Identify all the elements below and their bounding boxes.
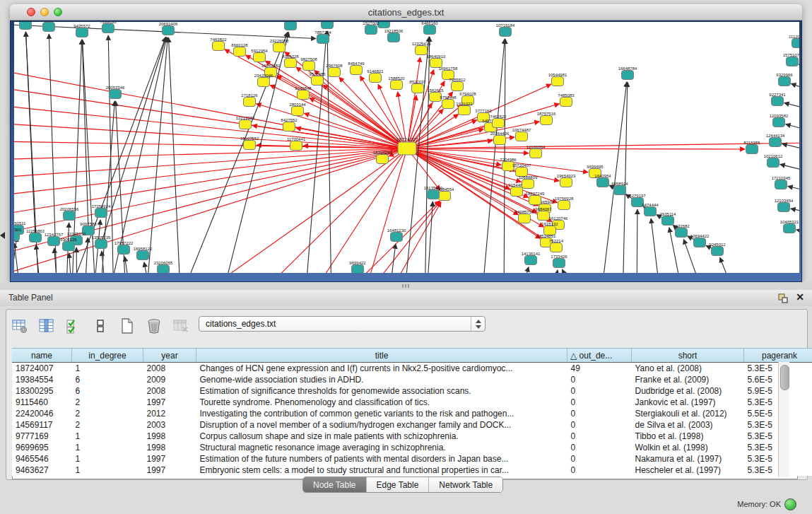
cell-out_degree[interactable]: 0 — [567, 408, 632, 419]
graph-edge[interactable] — [14, 81, 407, 148]
graph-edge[interactable] — [69, 253, 73, 273]
graph-node-9329966[interactable]: 9329966 — [776, 73, 793, 86]
cell-in_degree[interactable]: 2 — [72, 419, 143, 431]
cell-out_degree[interactable]: 0 — [567, 442, 632, 453]
cell-name[interactable]: 9463627 — [12, 465, 72, 476]
column-header-in_degree[interactable]: in_degree — [72, 349, 143, 363]
graph-node-9146821[interactable]: 9146821 — [367, 69, 384, 83]
cell-in_degree[interactable]: 2 — [72, 397, 143, 408]
column-header-title[interactable]: title — [196, 349, 567, 363]
table-row[interactable]: 1456911722003Disruption of a novel membe… — [12, 419, 812, 431]
graph-edge[interactable] — [784, 103, 799, 110]
cell-year[interactable]: 1997 — [143, 397, 196, 408]
graph-edge[interactable] — [14, 101, 407, 148]
cell-out_degree[interactable]: 0 — [567, 431, 632, 442]
graph-node-12444134[interactable]: 12444134 — [766, 134, 785, 147]
graph-edge[interactable] — [305, 148, 407, 273]
cell-title[interactable]: Investigating the contribution of common… — [196, 408, 567, 419]
graph-edge[interactable] — [720, 257, 739, 273]
cell-out_degree[interactable]: 0 — [567, 374, 632, 385]
west-panel-collapse-arrow-icon[interactable] — [0, 232, 5, 239]
graph-node-11700441[interactable]: 11700441 — [287, 137, 306, 151]
graph-node-7463822[interactable]: 7463822 — [210, 37, 227, 51]
column-header-year[interactable]: year — [143, 349, 196, 363]
cell-name[interactable]: 9115460 — [12, 397, 72, 408]
float-panel-icon[interactable] — [777, 293, 789, 304]
table-row[interactable]: 2242004622012Investigating the contribut… — [12, 408, 812, 419]
graph-node-7462622[interactable]: 7462622 — [490, 115, 507, 128]
graph-node-20691406[interactable]: 20691406 — [159, 22, 178, 35]
column-header-short[interactable]: short — [632, 349, 744, 363]
cell-year[interactable]: 1997 — [143, 465, 196, 476]
graph-edge[interactable] — [504, 39, 505, 273]
graph-edge[interactable] — [184, 148, 407, 273]
cell-out_degree[interactable]: 0 — [567, 453, 632, 465]
graph-node-1588520[interactable]: 1588520 — [388, 76, 405, 90]
graph-node-2967608[interactable]: 2967608 — [326, 64, 343, 77]
tab-node-table[interactable]: Node Table — [303, 477, 367, 492]
cell-name[interactable]: 9777169 — [12, 431, 72, 442]
graph-node-9435572[interactable]: 9435572 — [73, 24, 90, 37]
tab-network-table[interactable]: Network Table — [429, 477, 502, 492]
column-header-pagerank[interactable]: pagerank — [744, 349, 812, 363]
cell-out_degree[interactable]: 0 — [567, 419, 632, 431]
cell-short[interactable]: Nakamura et al. (1997) — [632, 453, 744, 465]
graph-node-14136141[interactable]: 14136141 — [522, 252, 541, 265]
graph-edge[interactable] — [637, 209, 637, 273]
show-columns-icon[interactable] — [37, 317, 56, 335]
table-vertical-scrollbar[interactable] — [778, 362, 789, 477]
table-row[interactable]: 1872400712008Changes of HCN gene express… — [12, 363, 812, 375]
graph-edge[interactable] — [257, 104, 407, 148]
graph-edge[interactable] — [248, 148, 407, 273]
graph-node-17957222[interactable]: 17957222 — [114, 241, 134, 255]
cell-name[interactable]: 19384554 — [12, 374, 72, 385]
tab-edge-table[interactable]: Edge Table — [367, 477, 430, 492]
graph-node-8186328[interactable]: 8186328 — [282, 54, 299, 68]
graph-edge[interactable] — [14, 148, 407, 160]
scrollbar-thumb[interactable] — [780, 365, 789, 390]
graph-node-10694422[interactable]: 10694422 — [690, 234, 710, 247]
graph-edge[interactable] — [101, 37, 166, 244]
graph-node-8522037[interactable]: 8522037 — [409, 80, 426, 93]
graph-edge[interactable] — [799, 64, 799, 69]
graph-node-5905135[interactable]: 5905135 — [60, 238, 77, 251]
graph-node-19654923[interactable]: 19654923 — [557, 174, 576, 187]
cell-title[interactable]: Changes of HCN gene expression and I(f) … — [196, 363, 567, 375]
graph-node-7632682[interactable]: 7632682 — [673, 224, 690, 238]
graph-node-11120023[interactable]: 11120023 — [789, 35, 799, 48]
cell-name[interactable]: 9699695 — [12, 442, 72, 453]
graph-edge[interactable] — [361, 148, 407, 273]
graph-edge[interactable] — [481, 39, 505, 273]
cell-out_degree[interactable]: 0 — [567, 397, 632, 408]
graph-edge[interactable] — [407, 148, 529, 197]
graph-node-7857224[interactable]: 7857224 — [314, 30, 331, 44]
column-header-name[interactable]: name — [12, 349, 72, 363]
cell-year[interactable]: 1998 — [143, 442, 196, 453]
graph-edge[interactable] — [562, 269, 580, 273]
graph-node-1733426[interactable]: 1733426 — [551, 255, 567, 268]
graph-node-10465321[interactable]: 10465321 — [780, 220, 799, 233]
cell-short[interactable]: Wolkin et al. (1998) — [632, 442, 744, 453]
graph-node-9227341[interactable]: 9227341 — [769, 93, 786, 106]
cell-year[interactable]: 2008 — [143, 363, 196, 375]
cell-name[interactable]: 22420046 — [12, 408, 72, 419]
graph-edge[interactable] — [796, 230, 799, 233]
graph-node-17359924[interactable]: 17359924 — [92, 204, 111, 218]
graph-node-7699693[interactable]: 7699693 — [100, 22, 117, 33]
graph-node-9575685[interactable]: 9575685 — [309, 72, 326, 86]
graph-node-752214[interactable]: 752214 — [549, 239, 564, 252]
graph-node-17210345[interactable]: 17210345 — [772, 176, 791, 189]
cell-title[interactable]: Disruption of a novel member of a sodium… — [196, 419, 567, 431]
graph-node-23420046[interactable]: 23420046 — [254, 74, 273, 87]
graph-node-8215955[interactable]: 8215955 — [743, 141, 760, 154]
graph-edge[interactable] — [782, 144, 799, 151]
cell-short[interactable]: de Silva et al. (2003) — [632, 419, 744, 431]
graph-node-1921022[interactable]: 1921022 — [456, 102, 473, 115]
graph-node-7485083[interactable]: 7485083 — [558, 93, 575, 107]
network-window-titlebar[interactable]: citations_edges.txt — [10, 4, 802, 21]
graph-node-7955812[interactable]: 7955812 — [449, 78, 466, 91]
cell-title[interactable]: Estimation of the future numbers of pati… — [196, 453, 567, 465]
table-chooser-dropdown[interactable]: citations_edges.txt — [199, 316, 486, 332]
graph-edge[interactable] — [14, 121, 407, 148]
table-row[interactable]: 1938455462009Genome-wide association stu… — [12, 374, 812, 385]
